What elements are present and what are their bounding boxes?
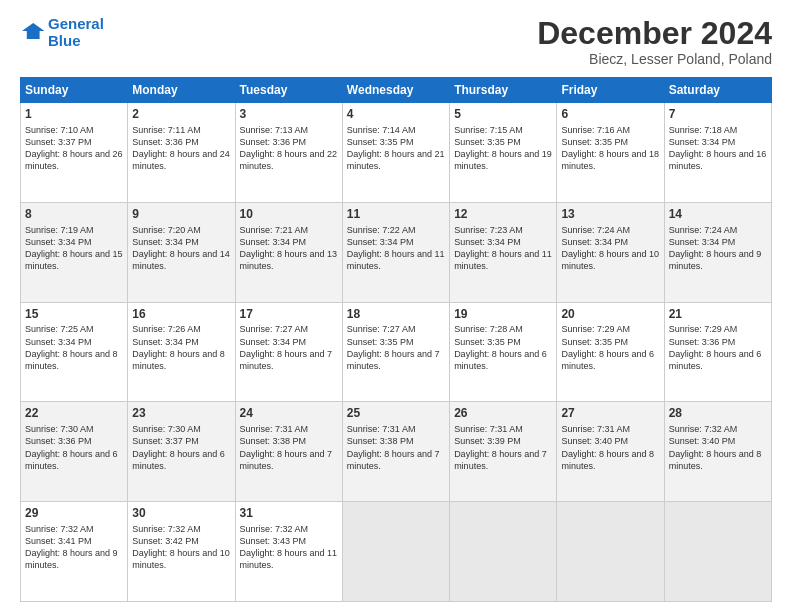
main-title: December 2024: [537, 16, 772, 51]
calendar-week-5: 29Sunrise: 7:32 AMSunset: 3:41 PMDayligh…: [21, 502, 772, 602]
day-info: Sunrise: 7:10 AMSunset: 3:37 PMDaylight:…: [25, 124, 123, 173]
day-info: Sunrise: 7:32 AMSunset: 3:40 PMDaylight:…: [669, 423, 767, 472]
day-number: 6: [561, 106, 659, 123]
day-info: Sunrise: 7:16 AMSunset: 3:35 PMDaylight:…: [561, 124, 659, 173]
calendar-week-4: 22Sunrise: 7:30 AMSunset: 3:36 PMDayligh…: [21, 402, 772, 502]
calendar-cell: 11Sunrise: 7:22 AMSunset: 3:34 PMDayligh…: [342, 202, 449, 302]
calendar-cell: 5Sunrise: 7:15 AMSunset: 3:35 PMDaylight…: [450, 103, 557, 203]
day-info: Sunrise: 7:26 AMSunset: 3:34 PMDaylight:…: [132, 323, 230, 372]
calendar-cell: 25Sunrise: 7:31 AMSunset: 3:38 PMDayligh…: [342, 402, 449, 502]
calendar-header-wednesday: Wednesday: [342, 78, 449, 103]
day-info: Sunrise: 7:25 AMSunset: 3:34 PMDaylight:…: [25, 323, 123, 372]
calendar-cell: 19Sunrise: 7:28 AMSunset: 3:35 PMDayligh…: [450, 302, 557, 402]
calendar-cell: 13Sunrise: 7:24 AMSunset: 3:34 PMDayligh…: [557, 202, 664, 302]
calendar-cell: 23Sunrise: 7:30 AMSunset: 3:37 PMDayligh…: [128, 402, 235, 502]
calendar-header-tuesday: Tuesday: [235, 78, 342, 103]
calendar-body: 1Sunrise: 7:10 AMSunset: 3:37 PMDaylight…: [21, 103, 772, 602]
day-number: 9: [132, 206, 230, 223]
day-number: 4: [347, 106, 445, 123]
day-number: 20: [561, 306, 659, 323]
day-info: Sunrise: 7:27 AMSunset: 3:35 PMDaylight:…: [347, 323, 445, 372]
day-number: 11: [347, 206, 445, 223]
day-number: 21: [669, 306, 767, 323]
day-info: Sunrise: 7:15 AMSunset: 3:35 PMDaylight:…: [454, 124, 552, 173]
calendar-cell: 8Sunrise: 7:19 AMSunset: 3:34 PMDaylight…: [21, 202, 128, 302]
day-info: Sunrise: 7:28 AMSunset: 3:35 PMDaylight:…: [454, 323, 552, 372]
calendar-cell: 2Sunrise: 7:11 AMSunset: 3:36 PMDaylight…: [128, 103, 235, 203]
calendar-header-row: SundayMondayTuesdayWednesdayThursdayFrid…: [21, 78, 772, 103]
svg-marker-0: [22, 23, 44, 39]
day-number: 25: [347, 405, 445, 422]
day-info: Sunrise: 7:32 AMSunset: 3:41 PMDaylight:…: [25, 523, 123, 572]
calendar-cell: [342, 502, 449, 602]
calendar-cell: 18Sunrise: 7:27 AMSunset: 3:35 PMDayligh…: [342, 302, 449, 402]
day-number: 27: [561, 405, 659, 422]
calendar-cell: [557, 502, 664, 602]
day-info: Sunrise: 7:31 AMSunset: 3:38 PMDaylight:…: [240, 423, 338, 472]
day-number: 15: [25, 306, 123, 323]
calendar-cell: 27Sunrise: 7:31 AMSunset: 3:40 PMDayligh…: [557, 402, 664, 502]
logo-icon: [22, 21, 46, 41]
day-number: 3: [240, 106, 338, 123]
calendar-cell: 7Sunrise: 7:18 AMSunset: 3:34 PMDaylight…: [664, 103, 771, 203]
calendar-cell: 10Sunrise: 7:21 AMSunset: 3:34 PMDayligh…: [235, 202, 342, 302]
day-number: 31: [240, 505, 338, 522]
logo: General Blue: [20, 16, 104, 49]
day-number: 13: [561, 206, 659, 223]
calendar-cell: 17Sunrise: 7:27 AMSunset: 3:34 PMDayligh…: [235, 302, 342, 402]
calendar-cell: 9Sunrise: 7:20 AMSunset: 3:34 PMDaylight…: [128, 202, 235, 302]
calendar-cell: 24Sunrise: 7:31 AMSunset: 3:38 PMDayligh…: [235, 402, 342, 502]
calendar-cell: 28Sunrise: 7:32 AMSunset: 3:40 PMDayligh…: [664, 402, 771, 502]
calendar-week-2: 8Sunrise: 7:19 AMSunset: 3:34 PMDaylight…: [21, 202, 772, 302]
calendar-cell: 3Sunrise: 7:13 AMSunset: 3:36 PMDaylight…: [235, 103, 342, 203]
calendar-cell: 12Sunrise: 7:23 AMSunset: 3:34 PMDayligh…: [450, 202, 557, 302]
calendar-week-3: 15Sunrise: 7:25 AMSunset: 3:34 PMDayligh…: [21, 302, 772, 402]
day-number: 26: [454, 405, 552, 422]
day-info: Sunrise: 7:31 AMSunset: 3:40 PMDaylight:…: [561, 423, 659, 472]
calendar-cell: 26Sunrise: 7:31 AMSunset: 3:39 PMDayligh…: [450, 402, 557, 502]
day-number: 17: [240, 306, 338, 323]
calendar-header-monday: Monday: [128, 78, 235, 103]
day-number: 19: [454, 306, 552, 323]
day-number: 16: [132, 306, 230, 323]
day-info: Sunrise: 7:32 AMSunset: 3:42 PMDaylight:…: [132, 523, 230, 572]
calendar-cell: 21Sunrise: 7:29 AMSunset: 3:36 PMDayligh…: [664, 302, 771, 402]
day-number: 1: [25, 106, 123, 123]
calendar-cell: [664, 502, 771, 602]
calendar-cell: 4Sunrise: 7:14 AMSunset: 3:35 PMDaylight…: [342, 103, 449, 203]
logo-general: General: [48, 15, 104, 32]
day-number: 14: [669, 206, 767, 223]
day-number: 22: [25, 405, 123, 422]
day-info: Sunrise: 7:21 AMSunset: 3:34 PMDaylight:…: [240, 224, 338, 273]
day-number: 10: [240, 206, 338, 223]
day-info: Sunrise: 7:30 AMSunset: 3:36 PMDaylight:…: [25, 423, 123, 472]
calendar-cell: [450, 502, 557, 602]
day-info: Sunrise: 7:11 AMSunset: 3:36 PMDaylight:…: [132, 124, 230, 173]
calendar-cell: 20Sunrise: 7:29 AMSunset: 3:35 PMDayligh…: [557, 302, 664, 402]
day-info: Sunrise: 7:22 AMSunset: 3:34 PMDaylight:…: [347, 224, 445, 273]
day-info: Sunrise: 7:13 AMSunset: 3:36 PMDaylight:…: [240, 124, 338, 173]
day-info: Sunrise: 7:18 AMSunset: 3:34 PMDaylight:…: [669, 124, 767, 173]
day-number: 8: [25, 206, 123, 223]
day-info: Sunrise: 7:31 AMSunset: 3:38 PMDaylight:…: [347, 423, 445, 472]
calendar-cell: 1Sunrise: 7:10 AMSunset: 3:37 PMDaylight…: [21, 103, 128, 203]
calendar-cell: 22Sunrise: 7:30 AMSunset: 3:36 PMDayligh…: [21, 402, 128, 502]
calendar-cell: 30Sunrise: 7:32 AMSunset: 3:42 PMDayligh…: [128, 502, 235, 602]
day-number: 5: [454, 106, 552, 123]
day-info: Sunrise: 7:29 AMSunset: 3:35 PMDaylight:…: [561, 323, 659, 372]
day-info: Sunrise: 7:27 AMSunset: 3:34 PMDaylight:…: [240, 323, 338, 372]
day-number: 24: [240, 405, 338, 422]
day-number: 23: [132, 405, 230, 422]
day-number: 12: [454, 206, 552, 223]
day-info: Sunrise: 7:19 AMSunset: 3:34 PMDaylight:…: [25, 224, 123, 273]
calendar-cell: 6Sunrise: 7:16 AMSunset: 3:35 PMDaylight…: [557, 103, 664, 203]
calendar-cell: 14Sunrise: 7:24 AMSunset: 3:34 PMDayligh…: [664, 202, 771, 302]
logo-blue: Blue: [48, 33, 104, 50]
page: General Blue December 2024 Biecz, Lesser…: [0, 0, 792, 612]
day-info: Sunrise: 7:29 AMSunset: 3:36 PMDaylight:…: [669, 323, 767, 372]
day-info: Sunrise: 7:30 AMSunset: 3:37 PMDaylight:…: [132, 423, 230, 472]
day-number: 29: [25, 505, 123, 522]
day-number: 28: [669, 405, 767, 422]
header: General Blue December 2024 Biecz, Lesser…: [20, 16, 772, 67]
calendar-cell: 16Sunrise: 7:26 AMSunset: 3:34 PMDayligh…: [128, 302, 235, 402]
